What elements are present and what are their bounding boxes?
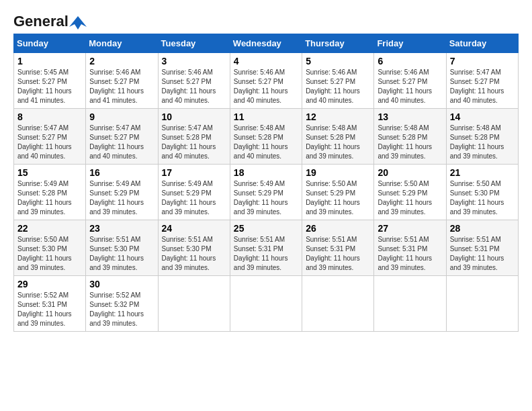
calendar-day-6: 6Sunrise: 5:46 AMSunset: 5:27 PMDaylight… (374, 53, 446, 109)
calendar-week-3: 15Sunrise: 5:49 AMSunset: 5:28 PMDayligh… (14, 165, 519, 220)
empty-cell (374, 276, 446, 332)
day-info: Sunrise: 5:45 AMSunset: 5:27 PMDaylight:… (17, 68, 82, 105)
day-info: Sunrise: 5:51 AMSunset: 5:31 PMDaylight:… (378, 235, 442, 273)
day-info: Sunrise: 5:51 AMSunset: 5:31 PMDaylight:… (306, 235, 370, 273)
calendar-day-26: 26Sunrise: 5:51 AMSunset: 5:31 PMDayligh… (302, 220, 374, 276)
day-number: 3 (162, 56, 226, 66)
day-number: 26 (306, 223, 370, 234)
calendar-day-21: 21Sunrise: 5:50 AMSunset: 5:30 PMDayligh… (446, 165, 518, 220)
column-header-monday: Monday (86, 34, 158, 53)
day-info: Sunrise: 5:49 AMSunset: 5:28 PMDaylight:… (17, 179, 82, 217)
day-info: Sunrise: 5:51 AMSunset: 5:30 PMDaylight:… (89, 235, 154, 273)
day-info: Sunrise: 5:46 AMSunset: 5:27 PMDaylight:… (162, 68, 226, 105)
calendar-day-20: 20Sunrise: 5:50 AMSunset: 5:29 PMDayligh… (374, 165, 446, 220)
calendar-day-12: 12Sunrise: 5:48 AMSunset: 5:28 PMDayligh… (302, 109, 374, 165)
day-info: Sunrise: 5:47 AMSunset: 5:28 PMDaylight:… (162, 124, 226, 161)
day-info: Sunrise: 5:51 AMSunset: 5:31 PMDaylight:… (450, 235, 515, 273)
day-number: 23 (89, 223, 154, 234)
empty-cell (230, 276, 302, 332)
day-info: Sunrise: 5:46 AMSunset: 5:27 PMDaylight:… (378, 68, 442, 105)
calendar-day-17: 17Sunrise: 5:49 AMSunset: 5:29 PMDayligh… (158, 165, 230, 220)
day-info: Sunrise: 5:47 AMSunset: 5:27 PMDaylight:… (89, 124, 154, 161)
logo-text: General (13, 13, 87, 30)
day-info: Sunrise: 5:46 AMSunset: 5:27 PMDaylight:… (234, 68, 298, 105)
day-info: Sunrise: 5:52 AMSunset: 5:31 PMDaylight:… (17, 291, 82, 328)
day-info: Sunrise: 5:51 AMSunset: 5:31 PMDaylight:… (234, 235, 298, 273)
calendar-day-16: 16Sunrise: 5:49 AMSunset: 5:29 PMDayligh… (86, 165, 158, 220)
logo-bird-icon (69, 15, 87, 30)
calendar-day-29: 29Sunrise: 5:52 AMSunset: 5:31 PMDayligh… (14, 276, 86, 332)
calendar-day-23: 23Sunrise: 5:51 AMSunset: 5:30 PMDayligh… (86, 220, 158, 276)
day-info: Sunrise: 5:46 AMSunset: 5:27 PMDaylight:… (306, 68, 370, 105)
day-number: 21 (450, 167, 515, 178)
calendar-day-10: 10Sunrise: 5:47 AMSunset: 5:28 PMDayligh… (158, 109, 230, 165)
column-header-thursday: Thursday (302, 34, 374, 53)
calendar-day-22: 22Sunrise: 5:50 AMSunset: 5:30 PMDayligh… (14, 220, 86, 276)
day-info: Sunrise: 5:49 AMSunset: 5:29 PMDaylight:… (89, 179, 154, 217)
day-info: Sunrise: 5:50 AMSunset: 5:30 PMDaylight:… (450, 179, 515, 217)
day-number: 24 (162, 223, 226, 234)
calendar-week-5: 29Sunrise: 5:52 AMSunset: 5:31 PMDayligh… (14, 276, 519, 332)
day-info: Sunrise: 5:49 AMSunset: 5:29 PMDaylight:… (162, 179, 226, 217)
day-info: Sunrise: 5:52 AMSunset: 5:32 PMDaylight:… (89, 291, 154, 328)
day-number: 17 (162, 167, 226, 178)
page-header: General (13, 13, 519, 27)
day-number: 1 (17, 56, 82, 66)
day-number: 7 (450, 56, 515, 66)
calendar-day-15: 15Sunrise: 5:49 AMSunset: 5:28 PMDayligh… (14, 165, 86, 220)
day-number: 4 (234, 56, 298, 66)
day-info: Sunrise: 5:50 AMSunset: 5:30 PMDaylight:… (17, 235, 82, 273)
day-number: 18 (234, 167, 298, 178)
column-header-tuesday: Tuesday (158, 34, 230, 53)
day-number: 8 (17, 111, 82, 122)
calendar-week-4: 22Sunrise: 5:50 AMSunset: 5:30 PMDayligh… (14, 220, 519, 276)
day-info: Sunrise: 5:50 AMSunset: 5:29 PMDaylight:… (306, 179, 370, 217)
day-info: Sunrise: 5:47 AMSunset: 5:27 PMDaylight:… (450, 68, 515, 105)
calendar-day-13: 13Sunrise: 5:48 AMSunset: 5:28 PMDayligh… (374, 109, 446, 165)
day-number: 25 (234, 223, 298, 234)
calendar-day-28: 28Sunrise: 5:51 AMSunset: 5:31 PMDayligh… (446, 220, 518, 276)
empty-cell (302, 276, 374, 332)
column-header-sunday: Sunday (14, 34, 86, 53)
calendar-day-1: 1Sunrise: 5:45 AMSunset: 5:27 PMDaylight… (14, 53, 86, 109)
empty-cell (446, 276, 518, 332)
day-info: Sunrise: 5:48 AMSunset: 5:28 PMDaylight:… (378, 124, 442, 161)
calendar-day-30: 30Sunrise: 5:52 AMSunset: 5:32 PMDayligh… (86, 276, 158, 332)
day-number: 16 (89, 167, 154, 178)
day-number: 20 (378, 167, 442, 178)
day-info: Sunrise: 5:50 AMSunset: 5:29 PMDaylight:… (378, 179, 442, 217)
day-number: 10 (162, 111, 226, 122)
column-header-saturday: Saturday (446, 34, 518, 53)
day-number: 27 (378, 223, 442, 234)
calendar-week-2: 8Sunrise: 5:47 AMSunset: 5:27 PMDaylight… (14, 109, 519, 165)
calendar-day-7: 7Sunrise: 5:47 AMSunset: 5:27 PMDaylight… (446, 53, 518, 109)
column-header-wednesday: Wednesday (230, 34, 302, 53)
day-number: 19 (306, 167, 370, 178)
calendar-day-9: 9Sunrise: 5:47 AMSunset: 5:27 PMDaylight… (86, 109, 158, 165)
svg-marker-0 (69, 16, 87, 30)
day-info: Sunrise: 5:46 AMSunset: 5:27 PMDaylight:… (89, 68, 154, 105)
day-number: 11 (234, 111, 298, 122)
calendar-day-25: 25Sunrise: 5:51 AMSunset: 5:31 PMDayligh… (230, 220, 302, 276)
day-info: Sunrise: 5:51 AMSunset: 5:30 PMDaylight:… (162, 235, 226, 273)
calendar-day-5: 5Sunrise: 5:46 AMSunset: 5:27 PMDaylight… (302, 53, 374, 109)
calendar-day-4: 4Sunrise: 5:46 AMSunset: 5:27 PMDaylight… (230, 53, 302, 109)
empty-cell (158, 276, 230, 332)
day-number: 30 (89, 279, 154, 289)
day-number: 22 (17, 223, 82, 234)
calendar-day-3: 3Sunrise: 5:46 AMSunset: 5:27 PMDaylight… (158, 53, 230, 109)
calendar-day-27: 27Sunrise: 5:51 AMSunset: 5:31 PMDayligh… (374, 220, 446, 276)
calendar-day-11: 11Sunrise: 5:48 AMSunset: 5:28 PMDayligh… (230, 109, 302, 165)
calendar-day-8: 8Sunrise: 5:47 AMSunset: 5:27 PMDaylight… (14, 109, 86, 165)
day-number: 9 (89, 111, 154, 122)
day-number: 5 (306, 56, 370, 66)
day-number: 29 (17, 279, 82, 289)
day-info: Sunrise: 5:48 AMSunset: 5:28 PMDaylight:… (306, 124, 370, 161)
day-number: 13 (378, 111, 442, 122)
day-info: Sunrise: 5:49 AMSunset: 5:29 PMDaylight:… (234, 179, 298, 217)
day-number: 28 (450, 223, 515, 234)
calendar-day-19: 19Sunrise: 5:50 AMSunset: 5:29 PMDayligh… (302, 165, 374, 220)
logo: General (13, 13, 87, 27)
day-number: 6 (378, 56, 442, 66)
day-number: 12 (306, 111, 370, 122)
